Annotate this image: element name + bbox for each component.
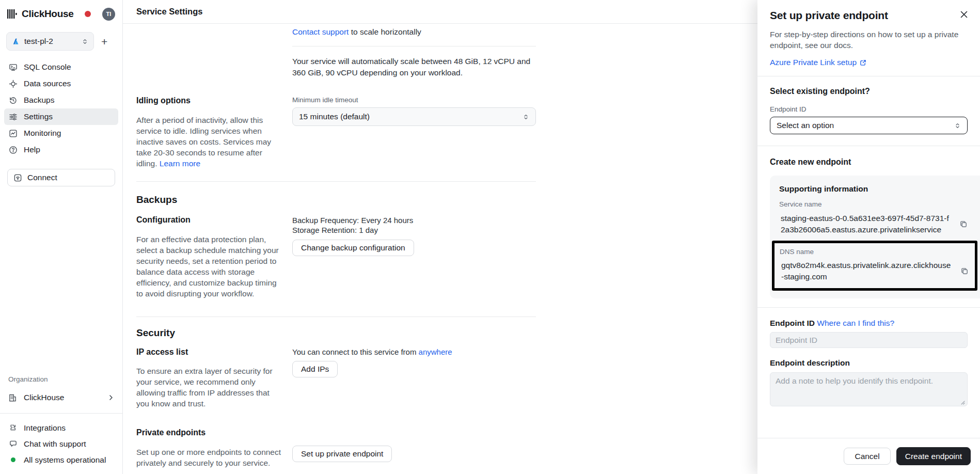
- panel-title: Set up private endpoint: [770, 9, 958, 22]
- connect-label: Connect: [27, 173, 57, 182]
- panel-divider: [757, 76, 980, 76]
- cancel-button[interactable]: Cancel: [844, 448, 890, 465]
- external-link-icon: [860, 59, 866, 66]
- backup-config-title: Configuration: [136, 215, 283, 225]
- service-selector[interactable]: test-pl-2: [6, 32, 94, 51]
- private-endpoints-title: Private endpoints: [136, 428, 283, 437]
- chevron-updown-icon: [82, 38, 88, 45]
- backups-icon: [8, 96, 18, 105]
- row-divider: [292, 46, 536, 46]
- chat-with-support-item[interactable]: Chat with support: [0, 436, 122, 452]
- status-green-dot: [8, 457, 18, 462]
- sidebar-item-sql-console[interactable]: SQL Console: [4, 59, 118, 75]
- building-icon: [8, 393, 18, 402]
- sidebar-item-monitoring[interactable]: Monitoring: [4, 125, 118, 141]
- section-divider: [136, 181, 536, 182]
- ip-access-row: IP access list To ensure an extra layer …: [136, 347, 536, 409]
- service-name: test-pl-2: [24, 37, 82, 46]
- private-endpoints-description: Set up one or more endpoints to connect …: [136, 447, 283, 468]
- sidebar-item-label: Backups: [24, 96, 54, 105]
- dns-name-value: gqtv8o2m4k.eastus.privatelink.azure.clic…: [780, 260, 953, 282]
- add-service-button[interactable]: +: [101, 36, 107, 47]
- service-name-label: Service name: [779, 200, 971, 208]
- backups-section-title: Backups: [136, 194, 536, 206]
- main-content: Service Settings Contact support to scal…: [123, 0, 757, 474]
- backup-description: For an effective data protection plan, s…: [136, 234, 283, 299]
- sidebar-item-label: Help: [24, 145, 40, 154]
- backup-frequency: Backup Frequency: Every 24 hours: [292, 215, 536, 225]
- connect-button[interactable]: Connect: [7, 169, 115, 186]
- data-sources-icon: [8, 80, 18, 88]
- endpoint-description-textarea[interactable]: [770, 372, 968, 406]
- service-row: test-pl-2 +: [6, 32, 116, 51]
- sidebar-item-label: Settings: [24, 112, 53, 121]
- copy-icon[interactable]: [960, 267, 969, 275]
- where-can-i-find-this-link[interactable]: Where can I find this?: [817, 319, 894, 327]
- endpoint-id-select[interactable]: Select an option: [770, 117, 968, 134]
- organization-label: Organization: [0, 375, 122, 383]
- panel-divider: [757, 307, 980, 308]
- chat-icon: [8, 439, 18, 448]
- integrations-label: Integrations: [24, 423, 66, 433]
- idle-timeout-value: 15 minutes (default): [299, 112, 523, 121]
- endpoint-id-input[interactable]: [770, 332, 968, 348]
- chevron-updown-icon: [523, 114, 529, 120]
- close-icon[interactable]: [958, 9, 970, 20]
- organization-name: ClickHouse: [24, 393, 108, 402]
- sidebar-bottom: Organization ClickHouse Integrations Cha…: [0, 375, 122, 468]
- contact-support-link[interactable]: Contact support: [292, 27, 349, 36]
- existing-endpoint-id-label: Endpoint ID: [770, 105, 968, 113]
- endpoint-description-label: Endpoint description: [770, 358, 850, 367]
- ip-access-title: IP access list: [136, 347, 283, 357]
- security-section-title: Security: [136, 327, 536, 339]
- panel-footer: Cancel Create endpoint: [757, 438, 980, 474]
- change-backup-configuration-button[interactable]: Change backup configuration: [292, 240, 414, 256]
- private-endpoints-row: Private endpoints Set up one or more end…: [136, 428, 536, 468]
- anywhere-link[interactable]: anywhere: [419, 347, 452, 356]
- sidebar-divider: [0, 413, 122, 414]
- organization-item[interactable]: ClickHouse: [0, 389, 122, 406]
- setup-private-endpoint-panel: Set up private endpoint For step-by-step…: [757, 0, 980, 474]
- copy-icon[interactable]: [959, 220, 968, 228]
- supporting-information-title: Supporting information: [779, 184, 971, 194]
- puzzle-icon: [8, 423, 18, 432]
- chevron-updown-icon: [954, 122, 961, 129]
- main-header: Service Settings: [123, 0, 757, 24]
- sidebar-item-data-sources[interactable]: Data sources: [4, 75, 118, 92]
- sql-console-icon: [8, 63, 18, 72]
- scaling-row: Contact support to scale horizontally Yo…: [136, 24, 536, 78]
- brand-row: ClickHouse TI: [0, 5, 122, 23]
- system-status-item[interactable]: All systems operational: [0, 452, 122, 468]
- sidebar-item-label: SQL Console: [24, 62, 71, 72]
- learn-more-link[interactable]: Learn more: [160, 159, 200, 168]
- sidebar-item-label: Data sources: [24, 79, 71, 88]
- system-status-label: All systems operational: [24, 455, 106, 465]
- panel-divider: [757, 146, 980, 146]
- create-endpoint-button[interactable]: Create endpoint: [896, 447, 971, 465]
- service-name-value: staging-eastus-0-0.5a631ee3-697f-45d7-87…: [779, 213, 952, 235]
- section-divider: [136, 317, 536, 317]
- sidebar: ClickHouse TI test-pl-2 + SQL Console: [0, 0, 123, 474]
- connect-from-text: You can connect to this service from: [292, 347, 416, 356]
- dns-annotation-box: DNS name gqtv8o2m4k.eastus.privatelink.a…: [772, 241, 977, 291]
- integrations-item[interactable]: Integrations: [0, 420, 122, 436]
- dns-name-label: DNS name: [780, 248, 970, 256]
- sidebar-item-label: Monitoring: [24, 129, 61, 138]
- azure-icon: [12, 38, 20, 45]
- sidebar-item-help[interactable]: Help: [4, 141, 118, 158]
- setup-private-endpoint-button[interactable]: Set up private endpoint: [292, 446, 392, 462]
- contact-support-suffix: to scale horizontally: [351, 27, 421, 36]
- avatar[interactable]: TI: [102, 8, 115, 21]
- azure-private-link-setup-link[interactable]: Azure Private Link setup: [770, 58, 857, 67]
- panel-intro: For step-by-step directions on how to se…: [770, 29, 968, 51]
- backups-row: Configuration For an effective data prot…: [136, 215, 536, 299]
- clickhouse-logo-icon: [7, 9, 18, 19]
- create-new-endpoint-title: Create new endpoint: [770, 157, 968, 167]
- idling-title: Idling options: [136, 96, 283, 105]
- idle-timeout-select[interactable]: 15 minutes (default): [292, 107, 536, 126]
- auto-scale-text: Your service will automatically scale be…: [292, 56, 536, 78]
- add-ips-button[interactable]: Add IPs: [292, 361, 338, 377]
- settings-icon: [8, 113, 18, 121]
- sidebar-item-settings[interactable]: Settings: [4, 108, 118, 125]
- sidebar-item-backups[interactable]: Backups: [4, 92, 118, 108]
